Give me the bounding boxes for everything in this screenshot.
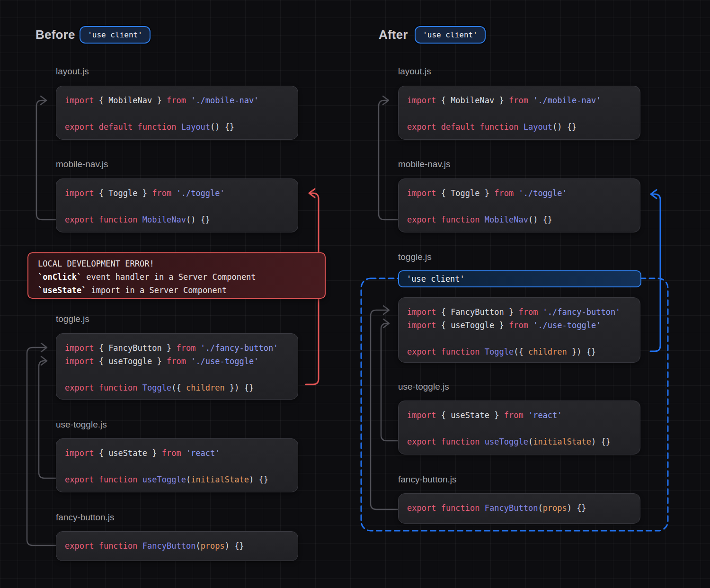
before-code-box-fancy-button: export function FancyButton(props) {} <box>56 531 298 561</box>
after-code-box-layout: import { MobileNav } from './mobile-nav'… <box>398 86 640 140</box>
after-code-box-mobile-nav: import { Toggle } from './toggle' export… <box>398 178 640 232</box>
before-file-label-layout: layout.js <box>56 66 89 77</box>
use-client-directive-bar: 'use client' <box>398 270 641 287</box>
before-file-label-mobile-nav: mobile-nav.js <box>56 159 108 169</box>
before-heading: Before <box>36 27 75 42</box>
before-code-box-layout: import { MobileNav } from './mobile-nav'… <box>56 86 298 140</box>
diagram-canvas: Before 'use client' layout.js import { M… <box>0 0 710 588</box>
arrow-after-toggle-to-mobilenav <box>650 194 660 351</box>
before-code-box-use-toggle: import { useState } from 'react' export … <box>56 438 298 492</box>
before-code-box-toggle: import { FancyButton } from './fancy-but… <box>56 333 298 400</box>
error-title: LOCAL DEVELOPMENT ERROR! <box>38 257 315 270</box>
after-file-label-use-toggle: use-toggle.js <box>398 382 449 392</box>
after-file-label-layout: layout.js <box>398 66 431 77</box>
after-use-client-badge: 'use client' <box>415 26 486 44</box>
local-development-error-box: LOCAL DEVELOPMENT ERROR! `onClick` event… <box>27 252 326 299</box>
before-code-box-mobile-nav: import { Toggle } from './toggle' export… <box>56 178 298 232</box>
after-file-label-toggle: toggle.js <box>398 252 432 262</box>
after-code-box-fancy-button: export function FancyButton(props) {} <box>398 493 640 524</box>
after-file-label-mobile-nav: mobile-nav.js <box>398 159 451 169</box>
before-file-label-toggle: toggle.js <box>56 314 89 324</box>
error-message-lines: `onClick` event handler in a Server Comp… <box>38 270 315 297</box>
before-use-client-badge: 'use client' <box>80 26 151 44</box>
after-file-label-fancy-button: fancy-button.js <box>398 474 457 485</box>
after-heading: After <box>379 27 408 42</box>
after-code-box-toggle: import { FancyButton } from './fancy-but… <box>398 297 640 363</box>
before-file-label-use-toggle: use-toggle.js <box>56 419 107 430</box>
before-file-label-fancy-button: fancy-button.js <box>56 512 115 523</box>
after-code-box-use-toggle: import { useState } from 'react' export … <box>398 401 640 454</box>
